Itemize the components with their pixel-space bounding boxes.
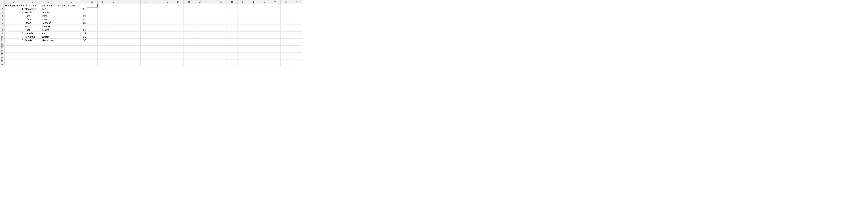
column-header[interactable]: P	[205, 0, 216, 4]
cell[interactable]	[130, 46, 141, 49]
cell[interactable]	[205, 25, 216, 28]
cell[interactable]	[227, 42, 238, 46]
column-header[interactable]: F	[98, 0, 108, 4]
cell[interactable]	[259, 11, 270, 14]
cell[interactable]	[98, 7, 108, 11]
cell[interactable]	[24, 56, 41, 59]
column-header[interactable]: E	[87, 0, 98, 4]
cell[interactable]	[238, 28, 248, 32]
cell[interactable]	[56, 42, 87, 46]
cell[interactable]	[130, 63, 141, 67]
row-header[interactable]: 4	[0, 14, 4, 18]
cell[interactable]	[4, 46, 24, 49]
cell[interactable]	[216, 7, 227, 11]
cell[interactable]	[194, 42, 205, 46]
cell[interactable]	[281, 53, 291, 56]
cell[interactable]	[162, 56, 173, 59]
cell[interactable]	[248, 39, 259, 42]
cell[interactable]	[24, 42, 41, 46]
cell[interactable]	[119, 53, 130, 56]
cell[interactable]	[184, 32, 194, 35]
cell[interactable]	[130, 42, 141, 46]
cell[interactable]	[108, 35, 119, 39]
cell[interactable]	[184, 21, 194, 25]
cell[interactable]	[87, 32, 98, 35]
cell[interactable]	[119, 14, 130, 18]
cell[interactable]	[216, 18, 227, 21]
cell[interactable]	[173, 18, 184, 21]
cell[interactable]	[119, 4, 130, 7]
cell[interactable]	[281, 4, 291, 7]
cell[interactable]	[238, 4, 248, 7]
cell[interactable]	[270, 7, 281, 11]
cell[interactable]	[259, 56, 270, 59]
cell[interactable]	[238, 14, 248, 18]
cell[interactable]	[151, 32, 162, 35]
cell[interactable]	[291, 11, 302, 14]
cell[interactable]	[41, 46, 56, 49]
cell[interactable]	[238, 59, 248, 63]
cell[interactable]	[205, 49, 216, 53]
cell[interactable]	[141, 46, 151, 49]
cell[interactable]	[119, 28, 130, 32]
cell[interactable]	[281, 59, 291, 63]
cell[interactable]	[184, 35, 194, 39]
cell[interactable]	[281, 28, 291, 32]
cell[interactable]	[130, 7, 141, 11]
cell[interactable]	[162, 63, 173, 67]
cell[interactable]	[41, 53, 56, 56]
cell[interactable]	[162, 59, 173, 63]
cell[interactable]	[108, 49, 119, 53]
cell[interactable]	[151, 21, 162, 25]
cell[interactable]	[184, 59, 194, 63]
cell[interactable]	[205, 11, 216, 14]
cell[interactable]: 3	[4, 14, 24, 18]
cell[interactable]	[162, 32, 173, 35]
cell[interactable]	[184, 11, 194, 14]
row-header[interactable]: 1	[0, 4, 4, 7]
cell[interactable]	[119, 42, 130, 46]
cell[interactable]	[227, 7, 238, 11]
column-header[interactable]: C	[41, 0, 56, 4]
cell[interactable]: Mia	[24, 25, 41, 28]
cell[interactable]	[216, 28, 227, 32]
cell[interactable]	[205, 28, 216, 32]
cell[interactable]	[194, 53, 205, 56]
cell[interactable]: Garcia	[41, 35, 56, 39]
cell[interactable]	[248, 59, 259, 63]
cell[interactable]	[216, 35, 227, 39]
cell[interactable]	[227, 32, 238, 35]
cell[interactable]	[216, 42, 227, 46]
cell[interactable]	[291, 59, 302, 63]
cell[interactable]	[259, 21, 270, 25]
cell[interactable]	[248, 32, 259, 35]
cell[interactable]: Johnson	[41, 21, 56, 25]
row-header[interactable]: 2	[0, 7, 4, 11]
cell[interactable]	[227, 53, 238, 56]
cell[interactable]	[173, 4, 184, 7]
cell[interactable]	[270, 46, 281, 49]
cell[interactable]	[238, 63, 248, 67]
cell[interactable]: Martinez	[41, 25, 56, 28]
cell[interactable]: 35	[56, 21, 87, 25]
cell[interactable]	[184, 14, 194, 18]
cell[interactable]	[205, 18, 216, 21]
column-header[interactable]: O	[194, 0, 205, 4]
cell[interactable]	[108, 46, 119, 49]
cell[interactable]	[130, 14, 141, 18]
cell[interactable]	[141, 42, 151, 46]
cell[interactable]	[281, 39, 291, 42]
column-header[interactable]: I	[130, 0, 141, 4]
cell[interactable]: Nguyen	[41, 11, 56, 14]
cell[interactable]	[98, 4, 108, 7]
cell[interactable]	[162, 25, 173, 28]
cell[interactable]	[216, 4, 227, 7]
cell[interactable]	[151, 18, 162, 21]
cell[interactable]: Olivia	[24, 18, 41, 21]
cell[interactable]	[194, 21, 205, 25]
cell[interactable]	[151, 28, 162, 32]
cell[interactable]	[162, 11, 173, 14]
cell[interactable]	[291, 4, 302, 7]
cell[interactable]	[108, 14, 119, 18]
cell[interactable]: 50	[56, 28, 87, 32]
